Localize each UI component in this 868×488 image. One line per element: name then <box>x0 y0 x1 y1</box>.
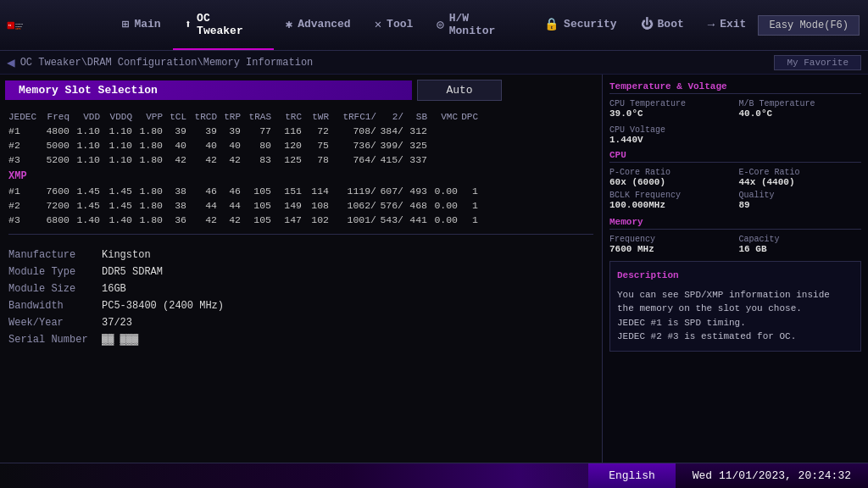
nav-item-tool[interactable]: ✕ Tool <box>363 0 426 50</box>
mem-freq-stat: Frequency 7600 MHz <box>609 235 732 254</box>
jedec1-trfc: 708/ <box>329 125 376 136</box>
xmp2-trc: 149 <box>271 200 302 211</box>
memory-slot-header: Memory Slot Selection Auto <box>5 78 597 102</box>
language-button[interactable]: English <box>588 463 676 488</box>
col-dpc: DPC <box>458 112 478 122</box>
temp-voltage-title: Temperature & Voltage <box>609 81 861 94</box>
jedec1-trcd: 39 <box>186 125 217 136</box>
xmp2-vddq: 1.45 <box>100 200 132 211</box>
xmp-section-label: XMP <box>8 167 593 184</box>
xmp3-trfc: 1001/ <box>329 214 376 225</box>
jedec3-trfc: 764/ <box>329 154 376 165</box>
xmp3-vpp: 1.80 <box>132 214 163 225</box>
xmp2-twr: 108 <box>302 200 329 211</box>
memory-slot-label[interactable]: Memory Slot Selection <box>5 80 412 100</box>
xmp1-vdd: 1.45 <box>70 186 100 197</box>
main-icon: ⊞ <box>122 17 129 31</box>
nav-item-boot[interactable]: ⏻ Boot <box>629 0 696 50</box>
xmp1-trcd: 46 <box>186 186 217 197</box>
col-trcd: tRCD <box>186 112 217 122</box>
jedec1-trc: 116 <box>271 125 302 136</box>
cpu-temp-label: CPU Temperature <box>609 99 732 108</box>
cpu-stats-grid: P-Core Ratio 60x (6000) E-Core Ratio 44x… <box>609 168 861 210</box>
jedec2-vpp: 1.80 <box>132 140 163 151</box>
breadcrumb-text: OC Tweaker\DRAM Configuration\Memory Inf… <box>20 57 314 69</box>
nav-item-hw-monitor[interactable]: ◎ H/W Monitor <box>425 0 532 50</box>
col-vddq: VDDQ <box>100 112 132 122</box>
jedec2-trp: 40 <box>217 140 241 151</box>
xmp1-dpc: 1 <box>458 186 478 197</box>
bottom-bar: English Wed 11/01/2023, 20:24:32 <box>0 463 868 488</box>
quality-label: Quality <box>739 191 862 200</box>
nav-item-advanced[interactable]: ✱ Advanced <box>274 0 363 50</box>
xmp3-vdd: 1.40 <box>70 214 100 225</box>
jedec3-vdd: 1.10 <box>70 154 100 165</box>
jedec1-vdd: 1.10 <box>70 125 100 136</box>
mb-temp-value: 40.0°C <box>739 108 862 119</box>
mb-temp-label: M/B Temperature <box>739 99 862 108</box>
nav-label-boot: Boot <box>658 18 684 30</box>
xmp2-vpp: 1.80 <box>132 200 163 211</box>
info-module-type-value: DDR5 SDRAM <box>102 266 163 278</box>
info-week-year-label: Week/Year <box>8 317 102 329</box>
nav-label-hw: H/W Monitor <box>449 12 520 37</box>
memory-slot-value: Auto <box>417 80 502 101</box>
memory-section-title: Memory <box>609 217 861 230</box>
nav-label-security: Security <box>564 18 616 30</box>
memory-stats-grid: Frequency 7600 MHz Capacity 16 GB <box>609 235 861 254</box>
jedec3-vpp: 1.80 <box>132 154 163 165</box>
description-title: Description <box>617 269 854 283</box>
col-tcl: tCL <box>163 112 186 122</box>
xmp3-trcd: 42 <box>186 214 217 225</box>
breadcrumb-back-button[interactable]: ◀ <box>7 54 15 71</box>
hw-icon: ◎ <box>437 17 443 31</box>
info-bandwidth-row: Bandwidth PC5-38400 (2400 MHz) <box>8 297 593 314</box>
col-freq: Freq <box>32 112 70 122</box>
info-week-year-value: 37/23 <box>102 317 132 329</box>
jedec1-vddq: 1.10 <box>100 125 132 136</box>
info-serial-row: Serial Number ▓▓ ▓▓▓ <box>8 331 593 348</box>
xmp1-sb: 493 <box>403 186 427 197</box>
info-bandwidth-value: PC5-38400 (2400 MHz) <box>102 300 224 312</box>
my-favorite-button[interactable]: My Favorite <box>774 55 861 70</box>
jedec1-twr: 72 <box>302 125 329 136</box>
xmp2-dpc: 1 <box>458 200 478 211</box>
jedec-row-1: #1 4800 1.10 1.10 1.80 39 39 39 77 116 7… <box>8 124 593 138</box>
xmp2-tras: 105 <box>241 200 271 211</box>
nav-item-main[interactable]: ⊞ Main <box>110 0 173 50</box>
xmp3-twr: 102 <box>302 214 329 225</box>
jedec2-tcl: 40 <box>163 140 186 151</box>
xmp2-num: #2 <box>8 200 32 211</box>
easy-mode-button[interactable]: Easy Mode(F6) <box>758 15 860 36</box>
asrock-logo-icon: PG PHANTOM GAMING UEFI <box>7 13 32 38</box>
xmp1-trfc: 1119/ <box>329 186 376 197</box>
mem-capacity-value: 16 GB <box>739 244 862 254</box>
col-trfc: tRFC1/ <box>329 112 376 122</box>
xmp3-sb: 441 <box>403 214 427 225</box>
xmp3-tras: 105 <box>241 214 271 225</box>
bclk-label: BCLK Frequency <box>609 191 732 200</box>
jedec1-sb: 312 <box>403 125 427 136</box>
xmp-row-3: #3 6800 1.40 1.40 1.80 36 42 42 105 147 … <box>8 213 593 227</box>
nav-item-exit[interactable]: → Exit <box>696 0 759 50</box>
col-tras: tRAS <box>241 112 271 122</box>
nav-item-security[interactable]: 🔒 Security <box>532 0 628 50</box>
left-panel: Memory Slot Selection Auto JEDEC Freq VD… <box>0 75 602 463</box>
info-serial-value: ▓▓ ▓▓▓ <box>102 334 138 346</box>
jedec1-freq: 4800 <box>32 125 70 136</box>
jedec3-t2: 415/ <box>376 154 403 165</box>
col-twr: tWR <box>302 112 329 122</box>
col-trc: tRC <box>271 112 302 122</box>
jedec3-vddq: 1.10 <box>100 154 132 165</box>
xmp-row-1: #1 7600 1.45 1.45 1.80 38 46 46 105 151 … <box>8 184 593 198</box>
jedec2-twr: 75 <box>302 140 329 151</box>
jedec3-num: #3 <box>8 154 32 165</box>
col-vpp: VPP <box>132 112 163 122</box>
exit-icon: → <box>708 18 715 31</box>
nav-item-oc-tweaker[interactable]: ⬆ OC Tweaker <box>173 0 274 50</box>
info-manufacture-value: Kingston <box>102 249 151 261</box>
jedec1-t2: 384/ <box>376 125 403 136</box>
xmp3-tcl: 36 <box>163 214 186 225</box>
memory-info-section: Manufacture Kingston Module Type DDR5 SD… <box>0 240 602 348</box>
jedec3-sb: 337 <box>403 154 427 165</box>
